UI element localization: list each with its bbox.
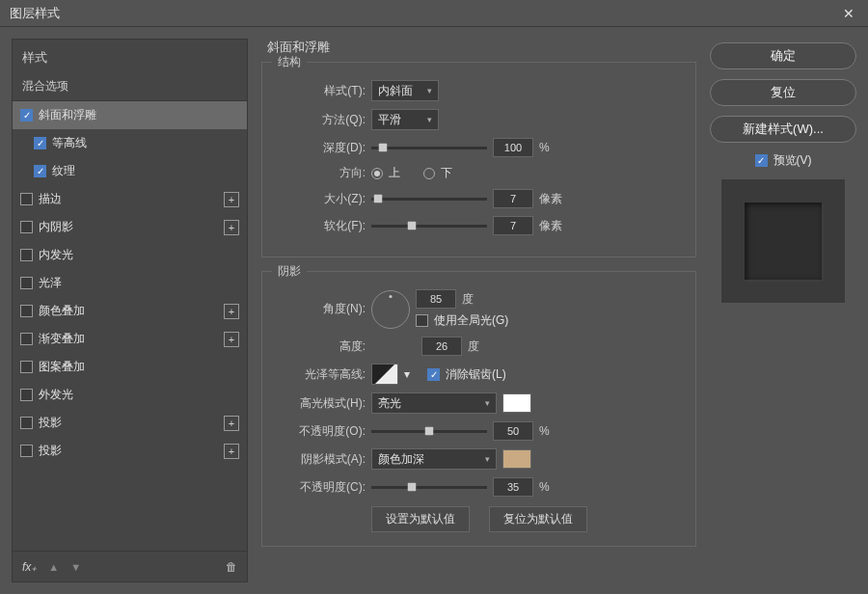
angle-input[interactable] bbox=[416, 289, 456, 309]
shadow-opacity-input[interactable] bbox=[493, 477, 533, 497]
style-item-label: 渐变叠加 bbox=[39, 331, 218, 347]
style-checkbox[interactable] bbox=[34, 137, 46, 149]
reset-button[interactable]: 复位 bbox=[710, 79, 856, 106]
style-checkbox[interactable] bbox=[20, 333, 33, 345]
method-dropdown[interactable]: 平滑▾ bbox=[371, 109, 439, 130]
style-item-label: 等高线 bbox=[52, 135, 239, 151]
trash-icon[interactable]: 🗑 bbox=[226, 560, 237, 574]
size-unit: 像素 bbox=[539, 191, 562, 207]
style-item-5[interactable]: 内发光 bbox=[13, 241, 247, 269]
size-input[interactable] bbox=[493, 189, 533, 208]
style-item-label: 纹理 bbox=[52, 163, 239, 179]
style-checkbox[interactable] bbox=[20, 305, 33, 317]
blend-options[interactable]: 混合选项 bbox=[13, 72, 247, 101]
highlight-color-swatch[interactable] bbox=[502, 393, 531, 413]
main-content: 样式 混合选项 斜面和浮雕等高线纹理描边+内阴影+内发光光泽颜色叠加+渐变叠加+… bbox=[0, 27, 868, 594]
style-item-0[interactable]: 斜面和浮雕 bbox=[13, 101, 247, 129]
highlight-opacity-slider[interactable] bbox=[371, 430, 487, 433]
style-checkbox[interactable] bbox=[20, 417, 33, 429]
style-item-12[interactable]: 投影+ bbox=[13, 437, 247, 465]
fx-label[interactable]: fx₊ bbox=[22, 560, 37, 574]
arrow-down-icon[interactable]: ▼ bbox=[70, 561, 81, 573]
antialias-label: 消除锯齿(L) bbox=[446, 366, 506, 383]
depth-input[interactable] bbox=[493, 138, 533, 157]
style-checkbox[interactable] bbox=[34, 165, 46, 177]
plus-icon[interactable]: + bbox=[224, 220, 239, 235]
highlight-mode-label: 高光模式(H): bbox=[274, 395, 366, 412]
plus-icon[interactable]: + bbox=[224, 416, 239, 431]
gloss-contour-label: 光泽等高线: bbox=[274, 366, 366, 383]
depth-slider[interactable] bbox=[371, 147, 487, 149]
style-item-4[interactable]: 内阴影+ bbox=[13, 213, 247, 241]
depth-unit: % bbox=[539, 141, 550, 154]
soften-input[interactable] bbox=[493, 216, 533, 235]
style-checkbox[interactable] bbox=[20, 193, 33, 205]
structure-group: 结构 样式(T): 内斜面▾ 方法(Q): 平滑▾ 深度(D): % 方向: 上 bbox=[261, 62, 696, 257]
shadow-opacity-label: 不透明度(C): bbox=[274, 479, 366, 496]
highlight-opacity-label: 不透明度(O): bbox=[274, 423, 366, 440]
preview-checkbox[interactable] bbox=[755, 154, 768, 167]
highlight-mode-dropdown[interactable]: 亮光▾ bbox=[371, 392, 497, 414]
style-checkbox[interactable] bbox=[20, 389, 33, 401]
style-item-3[interactable]: 描边+ bbox=[13, 185, 247, 213]
style-item-label: 光泽 bbox=[39, 275, 239, 291]
style-dropdown[interactable]: 内斜面▾ bbox=[371, 80, 439, 101]
style-item-8[interactable]: 渐变叠加+ bbox=[13, 325, 247, 353]
style-item-label: 斜面和浮雕 bbox=[39, 107, 239, 123]
depth-label: 深度(D): bbox=[274, 140, 366, 156]
angle-wheel[interactable] bbox=[371, 290, 410, 329]
arrow-up-icon[interactable]: ▲ bbox=[48, 561, 59, 573]
angle-label: 角度(N): bbox=[274, 301, 366, 317]
altitude-input[interactable] bbox=[421, 337, 462, 356]
shadow-mode-dropdown[interactable]: 颜色加深▾ bbox=[371, 448, 497, 470]
style-item-label: 颜色叠加 bbox=[39, 303, 218, 319]
method-label: 方法(Q): bbox=[274, 112, 366, 128]
altitude-label: 高度: bbox=[274, 338, 366, 355]
new-style-button[interactable]: 新建样式(W)... bbox=[710, 116, 856, 143]
style-checkbox[interactable] bbox=[20, 249, 33, 261]
style-checkbox[interactable] bbox=[20, 277, 33, 289]
reset-default-button[interactable]: 复位为默认值 bbox=[489, 506, 587, 532]
style-checkbox[interactable] bbox=[20, 445, 33, 457]
style-item-label: 内发光 bbox=[39, 247, 239, 263]
style-item-label: 投影 bbox=[39, 415, 218, 431]
plus-icon[interactable]: + bbox=[224, 332, 239, 347]
size-slider[interactable] bbox=[371, 198, 487, 201]
antialias-checkbox[interactable] bbox=[427, 368, 440, 381]
close-icon[interactable]: ✕ bbox=[839, 6, 858, 21]
structure-title: 结构 bbox=[272, 54, 307, 70]
soften-label: 软化(F): bbox=[274, 218, 366, 234]
style-item-1[interactable]: 等高线 bbox=[13, 129, 247, 157]
direction-down-radio[interactable] bbox=[423, 168, 435, 179]
contour-dropdown-icon[interactable]: ▾ bbox=[404, 367, 410, 381]
style-checkbox[interactable] bbox=[20, 221, 33, 233]
style-item-2[interactable]: 纹理 bbox=[13, 157, 247, 185]
style-item-7[interactable]: 颜色叠加+ bbox=[13, 297, 247, 325]
shadow-mode-label: 阴影模式(A): bbox=[274, 451, 366, 468]
contour-swatch[interactable] bbox=[371, 364, 398, 385]
style-checkbox[interactable] bbox=[20, 361, 33, 373]
style-checkbox[interactable] bbox=[20, 109, 33, 122]
preview-label: 预览(V) bbox=[773, 152, 812, 169]
set-default-button[interactable]: 设置为默认值 bbox=[371, 506, 470, 532]
style-item-label: 内阴影 bbox=[39, 219, 218, 235]
ok-button[interactable]: 确定 bbox=[710, 42, 856, 69]
plus-icon[interactable]: + bbox=[224, 192, 239, 207]
global-light-checkbox[interactable] bbox=[416, 314, 428, 327]
styles-sidebar: 样式 混合选项 斜面和浮雕等高线纹理描边+内阴影+内发光光泽颜色叠加+渐变叠加+… bbox=[12, 39, 248, 582]
highlight-opacity-input[interactable] bbox=[493, 421, 533, 441]
style-label: 样式(T): bbox=[274, 83, 366, 99]
style-item-10[interactable]: 外发光 bbox=[13, 381, 247, 409]
plus-icon[interactable]: + bbox=[224, 444, 239, 459]
style-item-label: 图案叠加 bbox=[39, 359, 239, 375]
shadow-color-swatch[interactable] bbox=[502, 449, 531, 469]
style-item-label: 投影 bbox=[39, 443, 218, 459]
plus-icon[interactable]: + bbox=[224, 304, 239, 319]
action-panel: 确定 复位 新建样式(W)... 预览(V) bbox=[710, 39, 856, 582]
style-item-9[interactable]: 图案叠加 bbox=[13, 353, 247, 381]
soften-slider[interactable] bbox=[371, 225, 487, 228]
style-item-6[interactable]: 光泽 bbox=[13, 269, 247, 297]
style-item-11[interactable]: 投影+ bbox=[13, 409, 247, 437]
direction-up-radio[interactable] bbox=[371, 168, 383, 179]
shadow-opacity-slider[interactable] bbox=[371, 486, 487, 489]
